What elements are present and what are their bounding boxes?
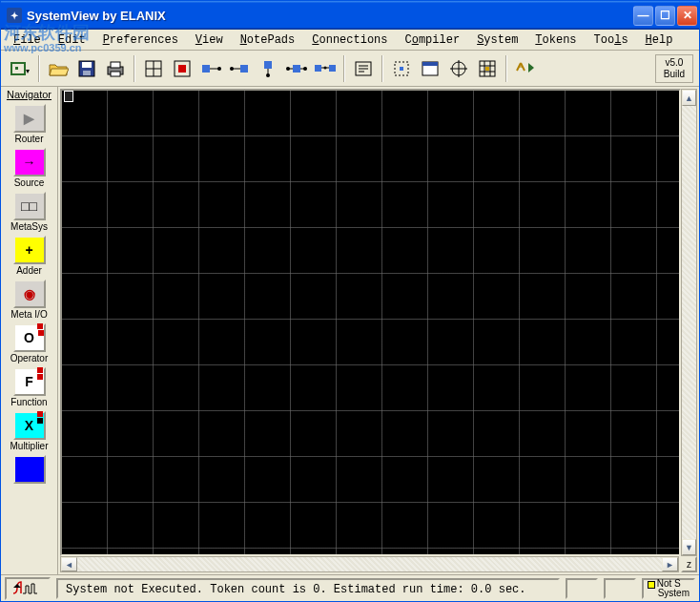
menu-tokens[interactable]: Tokens — [526, 31, 585, 49]
svg-point-22 — [266, 73, 270, 77]
svg-rect-30 — [329, 65, 336, 72]
nav-btn-adder[interactable]: + — [13, 236, 46, 264]
run-icon[interactable] — [512, 55, 539, 82]
title-bar[interactable]: ✦ SystemView by ELANIX — ☐ ✕ — [1, 1, 699, 30]
menu-help[interactable]: Help — [637, 31, 682, 49]
nav-label-source: Source — [1, 177, 57, 188]
status-system-flag[interactable]: Not S System — [642, 578, 695, 599]
stop-icon[interactable] — [169, 55, 196, 82]
nav-label-function: Function — [1, 397, 57, 407]
cursor-wave-icon[interactable] — [5, 577, 51, 600]
nav-label-metasys: MetaSys — [1, 221, 57, 232]
open-icon[interactable] — [45, 55, 72, 82]
select-area-icon[interactable] — [388, 55, 415, 82]
svg-rect-1 — [15, 67, 18, 70]
version-line2: Build — [664, 69, 685, 80]
node-left-icon[interactable] — [197, 55, 224, 82]
system-menu-icon[interactable]: ▾ — [7, 55, 33, 82]
close-button[interactable]: ✕ — [677, 6, 697, 26]
menu-preferences[interactable]: Preferences — [94, 31, 187, 49]
status-text: System not Executed. Token count is 0. E… — [56, 578, 560, 599]
nav-label-operator: Operator — [1, 353, 57, 363]
svg-point-16 — [217, 67, 221, 71]
maximize-button[interactable]: ☐ — [655, 6, 675, 26]
print-icon[interactable] — [102, 55, 129, 82]
menu-edit[interactable]: Edit — [50, 31, 94, 49]
menu-notepads[interactable]: NotePads — [232, 31, 304, 49]
scroll-down-button[interactable]: ▼ — [682, 539, 696, 555]
navigator-title: Navigator — [1, 89, 57, 100]
status-indicator-2 — [604, 578, 636, 599]
menu-tools[interactable]: Tools — [586, 31, 637, 49]
text-box-icon[interactable] — [350, 55, 377, 82]
status-indicator-1 — [566, 578, 598, 599]
window-title: SystemView by ELANIX — [27, 9, 633, 23]
nav-btn-metaio[interactable]: ◉ — [13, 280, 46, 308]
menu-view[interactable]: View — [187, 31, 232, 49]
app-icon: ✦ — [7, 8, 22, 23]
svg-marker-52 — [13, 584, 21, 588]
crosshair-icon[interactable] — [445, 55, 472, 82]
nav-btn-metasys[interactable]: □□ — [13, 192, 46, 220]
node-down-icon[interactable] — [255, 55, 281, 82]
horizontal-scrollbar[interactable]: ◄ ► — [60, 556, 679, 572]
svg-rect-37 — [400, 67, 403, 71]
status-flag-line2: System — [658, 589, 690, 597]
save-icon[interactable] — [73, 55, 100, 82]
svg-rect-7 — [111, 62, 120, 68]
nav-label-adder: Adder — [1, 265, 57, 276]
svg-point-31 — [324, 66, 327, 69]
hscroll-track[interactable] — [77, 557, 662, 571]
minimize-button[interactable]: — — [633, 6, 653, 26]
z-button[interactable]: z — [681, 556, 697, 572]
menu-file[interactable]: File — [5, 31, 50, 49]
grid-toggle-icon[interactable] — [140, 55, 167, 82]
svg-rect-5 — [83, 71, 91, 75]
toolbar: ▾ v5.0 Build — [1, 51, 699, 87]
svg-rect-20 — [264, 61, 272, 69]
flag-square-icon — [648, 581, 655, 589]
menu-compiler[interactable]: Compiler — [397, 31, 469, 49]
version-line1: v5.0 — [664, 57, 685, 69]
menu-connections[interactable]: Connections — [303, 31, 396, 49]
svg-rect-48 — [485, 67, 489, 71]
window-icon[interactable] — [417, 55, 443, 82]
scroll-left-button[interactable]: ◄ — [61, 557, 77, 571]
canvas-cursor-icon — [64, 91, 73, 102]
nav-btn-router[interactable]: ▶ — [13, 104, 46, 133]
nav-label-multiplier: Multiplier — [1, 441, 57, 451]
svg-rect-14 — [202, 65, 210, 73]
nav-label-router: Router — [1, 134, 57, 144]
svg-rect-19 — [240, 65, 248, 73]
menu-system[interactable]: System — [468, 31, 526, 49]
vscroll-track[interactable] — [682, 106, 696, 539]
navigator-panel: Navigator ▶ Router→ Source□□ MetaSys+ Ad… — [1, 87, 58, 574]
svg-point-27 — [303, 67, 307, 71]
scroll-right-button[interactable]: ► — [662, 557, 678, 571]
node-both-icon[interactable] — [283, 55, 310, 82]
svg-rect-13 — [178, 65, 186, 73]
status-bar: System not Executed. Token count is 0. E… — [1, 574, 699, 601]
svg-text:▾: ▾ — [26, 67, 30, 75]
svg-rect-4 — [82, 62, 92, 68]
nav-btn-operator[interactable]: O — [13, 323, 46, 352]
nav-label-metaio: Meta I/O — [1, 309, 57, 320]
svg-rect-8 — [111, 72, 120, 76]
svg-rect-28 — [315, 65, 321, 72]
design-canvas[interactable] — [60, 89, 681, 556]
node-chain-icon[interactable] — [312, 55, 339, 82]
svg-rect-39 — [422, 62, 438, 66]
svg-rect-25 — [293, 65, 300, 73]
vertical-scrollbar[interactable]: ▲ ▼ — [681, 89, 697, 556]
nav-btn-function[interactable]: F — [13, 367, 46, 396]
nav-btn-source[interactable]: → — [13, 148, 46, 176]
menu-bar: File Edit Preferences View NotePads Conn… — [1, 30, 699, 51]
grid-design-icon[interactable] — [474, 55, 501, 82]
nav-btn-multiplier[interactable]: X — [13, 411, 46, 440]
node-right-icon[interactable] — [226, 55, 253, 82]
scroll-up-button[interactable]: ▲ — [682, 90, 696, 106]
nav-btn-item8[interactable] — [13, 455, 46, 484]
version-box: v5.0 Build — [655, 54, 693, 83]
